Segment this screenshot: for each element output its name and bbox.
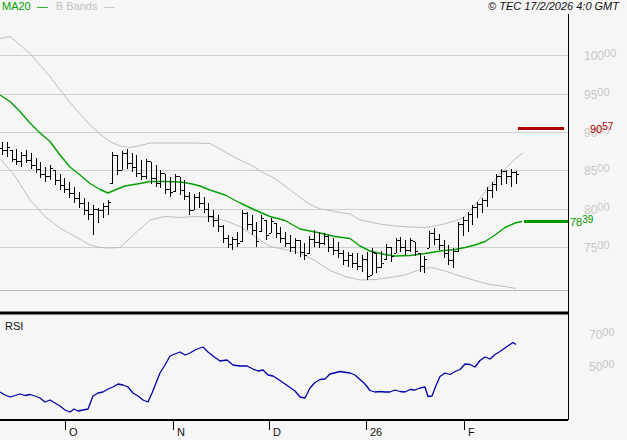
copyright-text: © TEC 17/2/2026 4:0 GMT — [488, 0, 619, 13]
time-tick-label-O: O — [69, 426, 78, 438]
time-tick-label-N: N — [177, 426, 185, 438]
stock-chart: 100009500900085008000750090577839RSI7000… — [0, 0, 627, 440]
chart-canvas: 100009500900085008000750090577839RSI7000… — [0, 0, 627, 440]
legend-bbands-label: B Bands — [56, 0, 98, 12]
time-tick-label-F: F — [468, 426, 475, 438]
rsi-label: RSI — [5, 320, 23, 332]
legend-ma20-label: MA20 — [2, 0, 31, 12]
panel-separator — [0, 312, 568, 315]
legend-ma20-line-swatch: — — [37, 0, 47, 12]
time-tick-label-D: D — [273, 426, 281, 438]
legend-bbands-line-swatch: — — [103, 0, 113, 12]
time-tick-label-26: 26 — [370, 426, 382, 438]
chart-legend: MA20— B Bands— — [2, 0, 119, 13]
